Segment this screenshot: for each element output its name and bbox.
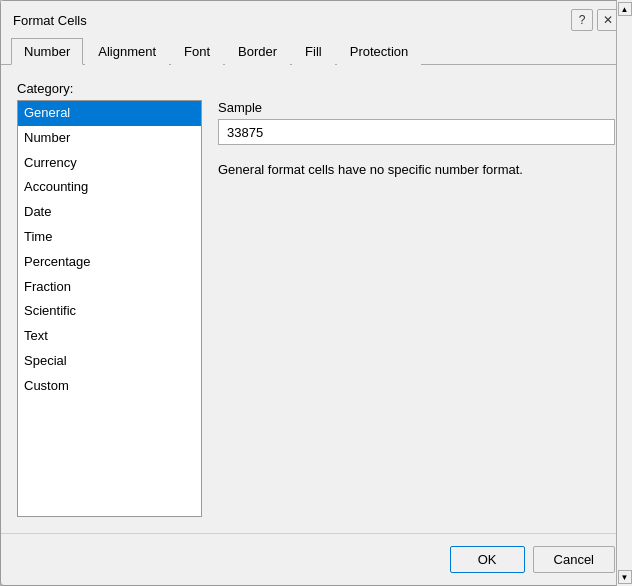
title-buttons: ? ✕ bbox=[571, 9, 619, 31]
right-panel: Sample 33875 General format cells have n… bbox=[218, 100, 615, 517]
list-item[interactable]: Text bbox=[18, 324, 201, 349]
tab-number[interactable]: Number bbox=[11, 38, 83, 65]
title-bar-left: Format Cells bbox=[13, 13, 87, 28]
tabs-row: Number Alignment Font Border Fill Protec… bbox=[1, 37, 631, 65]
ok-button[interactable]: OK bbox=[450, 546, 525, 573]
list-item[interactable]: Custom bbox=[18, 374, 201, 399]
list-item[interactable]: Percentage bbox=[18, 250, 201, 275]
tab-fill[interactable]: Fill bbox=[292, 38, 335, 65]
list-item[interactable]: Time bbox=[18, 225, 201, 250]
list-item[interactable]: Scientific bbox=[18, 299, 201, 324]
list-item[interactable]: General bbox=[18, 101, 201, 126]
dialog-title: Format Cells bbox=[13, 13, 87, 28]
scroll-up-arrow[interactable]: ▲ bbox=[618, 2, 632, 16]
tab-content: Category: GeneralNumberCurrencyAccountin… bbox=[1, 65, 631, 533]
sample-section: Sample 33875 bbox=[218, 100, 615, 145]
title-bar: Format Cells ? ✕ bbox=[1, 1, 631, 35]
sample-label: Sample bbox=[218, 100, 615, 115]
tab-font[interactable]: Font bbox=[171, 38, 223, 65]
tab-alignment[interactable]: Alignment bbox=[85, 38, 169, 65]
list-item[interactable]: Fraction bbox=[18, 275, 201, 300]
list-item[interactable]: Date bbox=[18, 200, 201, 225]
tab-border[interactable]: Border bbox=[225, 38, 290, 65]
cancel-button[interactable]: Cancel bbox=[533, 546, 615, 573]
category-label: Category: bbox=[17, 81, 615, 96]
list-item[interactable]: Accounting bbox=[18, 175, 201, 200]
list-item[interactable]: Currency bbox=[18, 151, 201, 176]
format-cells-dialog: Format Cells ? ✕ Number Alignment Font B… bbox=[0, 0, 632, 586]
scroll-down-arrow[interactable]: ▼ bbox=[618, 570, 632, 584]
list-item[interactable]: Number bbox=[18, 126, 201, 151]
sample-value: 33875 bbox=[218, 119, 615, 145]
scrollbar[interactable]: ▲ ▼ bbox=[616, 0, 632, 586]
main-area: GeneralNumberCurrencyAccountingDateTimeP… bbox=[17, 100, 615, 517]
dialog-footer: OK Cancel bbox=[1, 533, 631, 585]
category-list: GeneralNumberCurrencyAccountingDateTimeP… bbox=[18, 101, 201, 516]
tab-protection[interactable]: Protection bbox=[337, 38, 422, 65]
category-list-container: GeneralNumberCurrencyAccountingDateTimeP… bbox=[17, 100, 202, 517]
help-button[interactable]: ? bbox=[571, 9, 593, 31]
format-description: General format cells have no specific nu… bbox=[218, 161, 615, 179]
list-item[interactable]: Special bbox=[18, 349, 201, 374]
